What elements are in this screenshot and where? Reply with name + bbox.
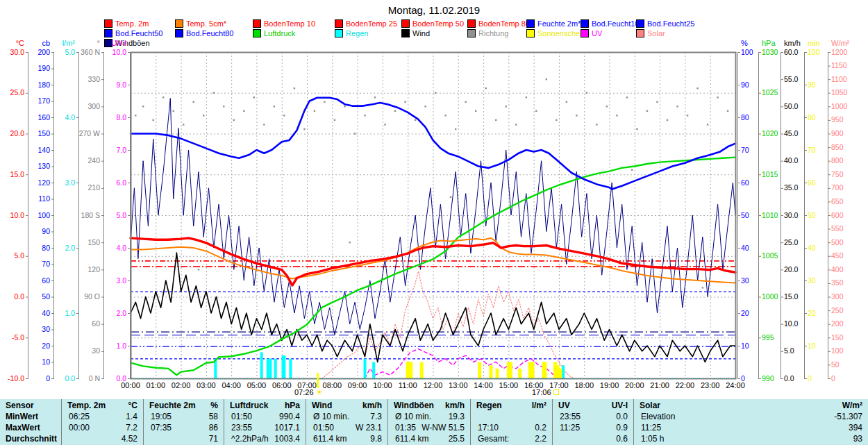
table-group-header: UVUV-I	[553, 400, 633, 411]
svg-text:0.0: 0.0	[14, 292, 24, 301]
svg-text:0.0: 0.0	[784, 374, 794, 383]
svg-text:240: 240	[87, 156, 100, 165]
table-cell-time: ^2.2hPa/h	[231, 433, 269, 444]
svg-text:30.0: 30.0	[10, 48, 25, 56]
svg-text:10.0: 10.0	[10, 211, 25, 219]
sunrise-marker	[317, 373, 319, 388]
table-group-unit: UV-I	[612, 400, 628, 411]
table-cell-value: 0.6	[616, 433, 628, 444]
table-cell-time: Ø 10 min.	[313, 411, 349, 422]
svg-text:1.0: 1.0	[65, 309, 75, 317]
axis-cb: 0102030405060708090100110120130140150160…	[37, 39, 54, 383]
series-solar	[322, 271, 574, 378]
svg-text:20: 20	[42, 342, 50, 350]
svg-text:60.0: 60.0	[784, 48, 799, 56]
svg-text:5.0: 5.0	[784, 346, 794, 355]
x-axis-labels: 00:0001:0002:0003:0004:0005:0006:0007:00…	[121, 381, 745, 389]
svg-text:330: 330	[87, 75, 100, 83]
svg-text:150: 150	[37, 129, 50, 137]
table-group-name: Regen	[476, 400, 502, 411]
table-group-unit: km/h	[362, 400, 382, 411]
table-row-label: MinWert	[0, 411, 61, 422]
svg-text:%: %	[741, 39, 748, 47]
svg-text:4.0: 4.0	[116, 244, 126, 252]
svg-text:55.0: 55.0	[784, 75, 799, 83]
svg-text:600: 600	[831, 211, 844, 219]
svg-text:900: 900	[831, 129, 844, 137]
table-cell-row: 4.52	[62, 433, 143, 444]
svg-text:30: 30	[741, 276, 749, 285]
table-row-label-text: Sensor	[6, 400, 34, 411]
table-cell-value: 7.3	[370, 411, 382, 422]
svg-text:80: 80	[42, 244, 50, 252]
svg-text:800: 800	[831, 156, 844, 165]
table-cell-value: 4.52	[122, 433, 137, 444]
svg-text:W/m²: W/m²	[831, 39, 850, 47]
table-cell-row: 23:551017.1	[224, 422, 306, 433]
svg-text:23:00: 23:00	[701, 381, 720, 389]
table-group-name: UV	[558, 400, 570, 411]
svg-text:40.0: 40.0	[784, 156, 799, 165]
table-cell-row: 1:05 h93	[634, 433, 868, 444]
svg-text:1005: 1005	[762, 251, 778, 260]
table-group-unit: °C	[128, 400, 137, 411]
table-cell-row: 71	[144, 433, 224, 444]
svg-text:3.0: 3.0	[65, 178, 75, 187]
table-cell-row: 611.4 km25.5	[388, 433, 470, 444]
table-group-Temp. 2m: Temp. 2m°C06:251.400:007.24.52	[61, 399, 143, 445]
table-cell-value: 394	[849, 422, 862, 433]
table-cell-row: 01:50990.4	[224, 411, 306, 422]
table-group-name: Windböen	[394, 400, 434, 411]
axis-pct: 0102030405060708090100%	[737, 39, 753, 383]
svg-text:20:00: 20:00	[625, 381, 644, 389]
svg-text:6.0: 6.0	[116, 178, 126, 187]
table-cell-time: 11:25	[560, 422, 580, 433]
svg-text:160: 160	[37, 113, 50, 121]
table-group-header: Windkm/h	[306, 400, 387, 411]
svg-text:UV-I: UV-I	[112, 39, 126, 47]
svg-text:120: 120	[87, 265, 100, 274]
svg-text:10.0: 10.0	[112, 48, 127, 56]
svg-text:50: 50	[741, 211, 749, 219]
svg-text:15.0: 15.0	[10, 170, 25, 178]
svg-text:850: 850	[831, 143, 844, 151]
svg-text:11:00: 11:00	[399, 381, 417, 389]
svg-text:1030: 1030	[762, 48, 778, 56]
svg-text:9.0: 9.0	[116, 81, 126, 89]
svg-text:360 N: 360 N	[81, 48, 100, 56]
svg-text:190: 190	[37, 64, 50, 72]
svg-text:50.0: 50.0	[784, 102, 799, 110]
table-group-name: Solar	[640, 400, 660, 411]
svg-text:30: 30	[808, 276, 816, 285]
table-cell-row: 611.4 km9.8	[306, 433, 387, 444]
svg-text:950: 950	[831, 115, 844, 124]
table-cell-time: 23:55	[560, 411, 581, 422]
svg-text:90: 90	[808, 81, 816, 89]
table-cell-value: 1003.4	[274, 433, 300, 444]
svg-text:90: 90	[741, 81, 749, 89]
table-row-label-text: MinWert	[6, 411, 38, 422]
table-row-label-text: Durchschnitt	[6, 433, 57, 444]
svg-text:180: 180	[37, 81, 50, 89]
weather-chart-svg: -10.0-5.00.05.010.015.020.025.030.0°C010…	[0, 0, 868, 399]
svg-text:0: 0	[831, 374, 835, 383]
svg-text:100: 100	[37, 211, 50, 219]
svg-text:1020: 1020	[762, 129, 778, 137]
table-group-Solar: SolarW/m²Elevation-51.30711:253941:05 h9…	[633, 399, 868, 445]
svg-text:18:00: 18:00	[574, 381, 594, 389]
svg-text:80: 80	[808, 113, 816, 121]
table-cell-value: 9.8	[370, 433, 382, 444]
svg-text:-10.0: -10.0	[8, 374, 24, 383]
table-group-Windböen: Windböenkm/hØ 10 min.19.301:35W-NW 51.56…	[387, 399, 470, 445]
svg-text:19:00: 19:00	[600, 381, 619, 389]
table-row-label-column: SensorMinWertMaxWertDurchschnitt	[0, 399, 61, 445]
table-cell-time: 11:25	[641, 422, 661, 433]
table-cell-value: 2.2	[535, 433, 546, 444]
axis-uvi: 0.01.02.03.04.05.06.07.08.09.010.0UV-I	[112, 39, 131, 383]
svg-text:20: 20	[808, 309, 816, 317]
svg-text:1015: 1015	[762, 170, 778, 178]
svg-text:5.0: 5.0	[65, 48, 75, 56]
svg-text:10: 10	[808, 342, 816, 350]
sunrise-sun-icon: ☀	[316, 389, 324, 396]
axis-wm2: 0501001502002503003504004505005506006507…	[828, 39, 850, 383]
